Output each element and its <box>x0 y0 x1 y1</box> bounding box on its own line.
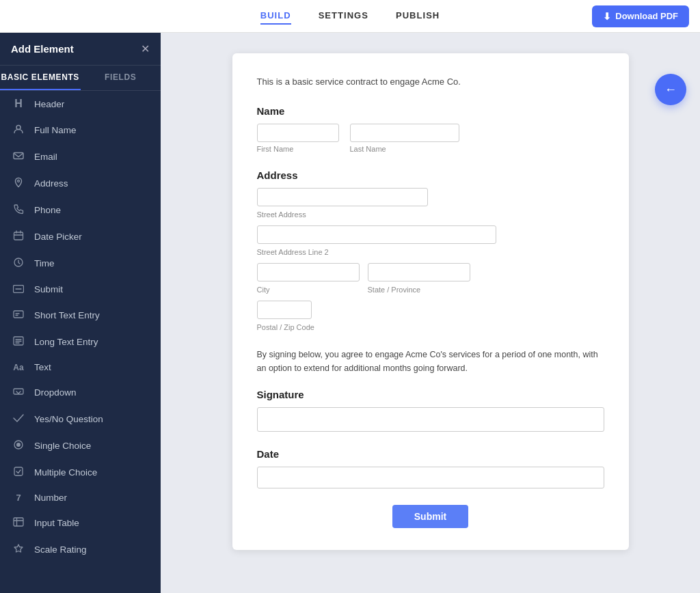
sidebar-header: Add Element ✕ <box>0 33 161 66</box>
street-address-group: Street Address <box>257 188 604 219</box>
sidebar-items-list: H Header Full Name Email Address <box>0 91 161 593</box>
date-section-title: Date <box>257 448 604 460</box>
sidebar-item-email[interactable]: Email <box>0 143 161 170</box>
sidebar-item-time[interactable]: Time <box>0 250 161 277</box>
street-address2-input[interactable] <box>257 225 496 244</box>
sidebar-item-dropdown[interactable]: Dropdown <box>0 379 161 406</box>
sidebar-item-label: Submit <box>34 284 63 294</box>
datepicker-icon <box>11 230 26 243</box>
sidebar-item-label: Full Name <box>34 125 77 135</box>
state-input[interactable] <box>368 263 470 281</box>
address-icon <box>11 177 26 190</box>
svg-rect-11 <box>14 467 23 475</box>
date-section: Date <box>257 448 604 488</box>
tab-basic-elements[interactable]: BASIC ELEMENTS <box>0 66 81 90</box>
sidebar-item-label: Input Table <box>34 518 79 528</box>
firstname-label: First Name <box>257 145 339 153</box>
lastname-label: Last Name <box>350 145 459 153</box>
zip-input[interactable] <box>257 301 312 319</box>
signature-section: Signature <box>257 389 604 432</box>
sidebar-item-fullname[interactable]: Full Name <box>0 117 161 143</box>
lastname-group: Last Name <box>350 124 459 153</box>
time-icon <box>11 257 26 270</box>
phone-icon <box>11 204 26 217</box>
sidebar-item-longtext[interactable]: Long Text Entry <box>0 329 161 355</box>
sidebar-item-scalerating[interactable]: Scale Rating <box>0 536 161 563</box>
sidebar-item-label: Single Choice <box>34 441 91 451</box>
scalerating-icon <box>11 543 26 556</box>
sidebar-item-singlechoice[interactable]: Single Choice <box>0 432 161 459</box>
submit-icon <box>11 284 26 295</box>
sidebar-item-shorttext[interactable]: Short Text Entry <box>0 302 161 329</box>
tab-fields[interactable]: FIELDS <box>81 66 161 90</box>
sidebar-item-phone[interactable]: Phone <box>0 197 161 223</box>
firstname-group: First Name <box>257 124 339 153</box>
sidebar-item-label: Time <box>34 258 55 268</box>
zip-group: Postal / Zip Code <box>257 301 604 331</box>
number-icon: 7 <box>11 493 26 503</box>
state-label: State / Province <box>368 286 470 294</box>
city-label: City <box>257 286 360 294</box>
street-address2-label: Street Address Line 2 <box>257 248 604 256</box>
fab-button[interactable]: ← <box>655 74 686 105</box>
svg-point-10 <box>16 443 21 447</box>
fullname-icon <box>11 124 26 137</box>
sidebar-item-label: Scale Rating <box>34 544 87 555</box>
download-pdf-button[interactable]: ⬇ Download PDF <box>592 5 689 27</box>
sidebar-item-label: Multiple Choice <box>34 467 97 478</box>
top-nav: BUILD SETTINGS PUBLISH ⬇ Download PDF <box>0 0 700 33</box>
lastname-input[interactable] <box>350 124 459 142</box>
sidebar-item-label: Text <box>34 362 51 372</box>
form-intro-text: This is a basic service contract to enga… <box>257 75 604 89</box>
main-layout: Add Element ✕ BASIC ELEMENTS FIELDS H He… <box>0 33 700 593</box>
street-address-label: Street Address <box>257 210 604 219</box>
svg-point-2 <box>18 180 20 182</box>
svg-rect-6 <box>14 311 23 318</box>
nav-build[interactable]: BUILD <box>260 8 291 25</box>
street-address-input[interactable] <box>257 188 428 206</box>
nav-links: BUILD SETTINGS PUBLISH <box>260 8 440 25</box>
sidebar-item-label: Phone <box>34 205 61 215</box>
sidebar-item-number[interactable]: 7 Number <box>0 486 161 510</box>
name-section: Name First Name Last Name <box>257 105 604 153</box>
inputtable-icon <box>11 516 26 529</box>
address-section: Address Street Address Street Address Li… <box>257 169 604 331</box>
city-group: City <box>257 263 360 294</box>
sidebar-item-multiplechoice[interactable]: Multiple Choice <box>0 459 161 486</box>
sidebar-item-label: Email <box>34 152 57 162</box>
download-icon: ⬇ <box>603 11 611 22</box>
svg-point-0 <box>16 126 21 130</box>
singlechoice-icon <box>11 439 26 452</box>
sidebar-item-submit[interactable]: Submit <box>0 277 161 302</box>
street-address2-group: Street Address Line 2 <box>257 225 604 256</box>
nav-publish[interactable]: PUBLISH <box>396 8 440 25</box>
sidebar-item-inputtable[interactable]: Input Table <box>0 510 161 536</box>
close-icon[interactable]: ✕ <box>141 42 150 55</box>
city-state-row: City State / Province <box>257 263 604 294</box>
submit-button[interactable]: Submit <box>392 505 468 528</box>
state-group: State / Province <box>368 263 470 294</box>
content-area: ← This is a basic service contract to en… <box>161 33 700 593</box>
signature-section-title: Signature <box>257 389 604 400</box>
sidebar-item-yesno[interactable]: Yes/No Question <box>0 406 161 432</box>
fab-icon: ← <box>664 83 677 97</box>
svg-rect-3 <box>14 232 23 240</box>
signature-input[interactable] <box>257 407 604 432</box>
shorttext-icon <box>11 309 26 322</box>
svg-rect-12 <box>14 518 23 526</box>
email-icon <box>11 150 26 163</box>
sidebar-item-header[interactable]: H Header <box>0 91 161 117</box>
sidebar: Add Element ✕ BASIC ELEMENTS FIELDS H He… <box>0 33 161 593</box>
city-input[interactable] <box>257 263 360 281</box>
dropdown-icon <box>11 386 26 399</box>
agreement-text: By signing below, you agree to engage Ac… <box>257 348 604 375</box>
sidebar-item-datepicker[interactable]: Date Picker <box>0 223 161 250</box>
nav-settings[interactable]: SETTINGS <box>319 8 368 25</box>
sidebar-item-address[interactable]: Address <box>0 170 161 197</box>
sidebar-item-label: Short Text Entry <box>34 310 100 320</box>
firstname-input[interactable] <box>257 124 339 142</box>
date-input[interactable] <box>257 467 604 488</box>
sidebar-item-label: Address <box>34 178 68 189</box>
longtext-icon <box>11 335 26 348</box>
sidebar-item-text[interactable]: Aa Text <box>0 355 161 379</box>
